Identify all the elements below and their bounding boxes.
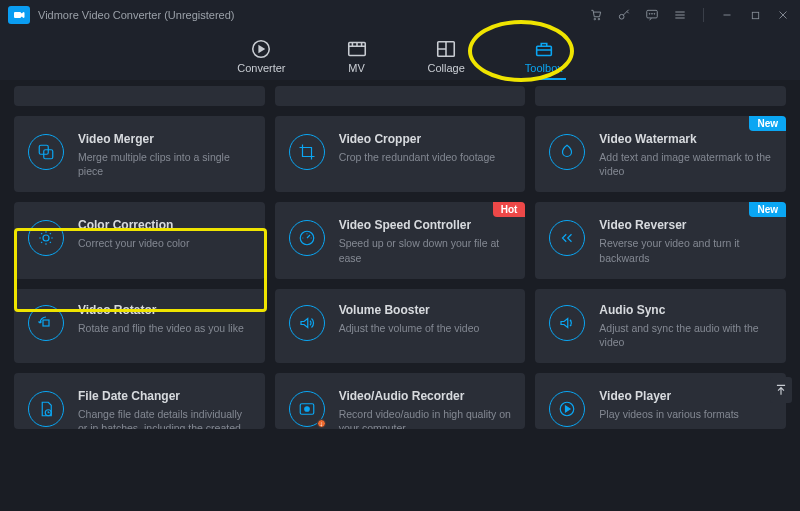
tool-card-video-player[interactable]: Video PlayerPlay videos in various forma…: [535, 373, 786, 429]
menu-icon[interactable]: [673, 8, 687, 22]
tab-collage[interactable]: Collage: [428, 39, 465, 74]
card-desc: Play videos in various formats: [599, 407, 738, 421]
maximize-icon[interactable]: [748, 8, 762, 22]
toolbox-icon: [533, 39, 555, 59]
tab-converter[interactable]: Converter: [237, 39, 285, 74]
audiosync-icon: [549, 305, 585, 341]
filedate-icon: [28, 391, 64, 427]
svg-rect-0: [14, 12, 21, 18]
card-desc: Merge multiple clips into a single piece: [78, 150, 251, 178]
watermark-icon: [549, 134, 585, 170]
volume-icon: [289, 305, 325, 341]
tool-card-video-audio-recorder[interactable]: ↓ Video/Audio RecorderRecord video/audio…: [275, 373, 526, 429]
svg-rect-12: [536, 46, 551, 55]
converter-icon: [250, 39, 272, 59]
svg-point-7: [654, 13, 655, 14]
card-desc: Correct your video color: [78, 236, 189, 250]
tool-card-video-reverser[interactable]: New Video ReverserReverse your video and…: [535, 202, 786, 278]
tool-card-video-cropper[interactable]: Video CropperCrop the redundant video fo…: [275, 116, 526, 192]
card-desc: Adjust the volume of the video: [339, 321, 480, 335]
card-title: Color Correction: [78, 218, 189, 232]
card-title: Video Speed Controller: [339, 218, 512, 232]
card-desc: Record video/audio in high quality on yo…: [339, 407, 512, 429]
card-title: Video Player: [599, 389, 738, 403]
card-desc: Adjust and sync the audio with the video: [599, 321, 772, 349]
card-title: Video Reverser: [599, 218, 772, 232]
svg-point-20: [304, 407, 309, 412]
svg-point-15: [43, 235, 49, 241]
mv-icon: [346, 39, 368, 59]
key-icon[interactable]: [617, 8, 631, 22]
feedback-icon[interactable]: [645, 8, 659, 22]
card-title: Video Rotator: [78, 303, 244, 317]
badge-hot: Hot: [493, 202, 526, 217]
svg-point-6: [652, 13, 653, 14]
svg-point-1: [594, 18, 596, 20]
tab-mv[interactable]: MV: [346, 39, 368, 74]
tab-toolbox[interactable]: Toolbox: [525, 39, 563, 74]
svg-point-3: [619, 14, 624, 19]
close-icon[interactable]: [776, 8, 790, 22]
tool-card-audio-sync[interactable]: Audio SyncAdjust and sync the audio with…: [535, 289, 786, 363]
card-title: File Date Changer: [78, 389, 251, 403]
card-title: Video Merger: [78, 132, 251, 146]
speed-icon: [289, 220, 325, 256]
app-title: Vidmore Video Converter (Unregistered): [38, 9, 234, 21]
tool-card-video-speed[interactable]: Hot Video Speed ControllerSpeed up or sl…: [275, 202, 526, 278]
minimize-icon[interactable]: [720, 8, 734, 22]
merger-icon: [28, 134, 64, 170]
tool-card-partial[interactable]: [14, 86, 265, 106]
recorder-icon: ↓: [289, 391, 325, 427]
tab-label: Collage: [428, 62, 465, 74]
app-logo: [8, 6, 30, 24]
card-desc: Crop the redundant video footage: [339, 150, 495, 164]
tool-card-video-rotator[interactable]: Video RotatorRotate and flip the video a…: [14, 289, 265, 363]
svg-rect-8: [752, 12, 758, 18]
cart-icon[interactable]: [589, 8, 603, 22]
svg-point-5: [649, 13, 650, 14]
badge-new: New: [749, 202, 786, 217]
player-icon: [549, 391, 585, 427]
tab-label: Converter: [237, 62, 285, 74]
color-icon: [28, 220, 64, 256]
card-title: Video/Audio Recorder: [339, 389, 512, 403]
card-desc: Speed up or slow down your file at ease: [339, 236, 512, 264]
tool-card-partial[interactable]: [275, 86, 526, 106]
tool-card-video-merger[interactable]: Video MergerMerge multiple clips into a …: [14, 116, 265, 192]
tool-card-video-watermark[interactable]: New Video WatermarkAdd text and image wa…: [535, 116, 786, 192]
tab-label: Toolbox: [525, 62, 563, 74]
card-title: Volume Booster: [339, 303, 480, 317]
badge-new: New: [749, 116, 786, 131]
separator: [703, 8, 704, 22]
card-title: Audio Sync: [599, 303, 772, 317]
rotator-icon: [28, 305, 64, 341]
card-title: Video Cropper: [339, 132, 495, 146]
tool-card-file-date-changer[interactable]: File Date ChangerChange file date detail…: [14, 373, 265, 429]
card-title: Video Watermark: [599, 132, 772, 146]
tab-label: MV: [348, 62, 365, 74]
svg-rect-17: [43, 320, 49, 326]
reverser-icon: [549, 220, 585, 256]
card-desc: Add text and image watermark to the vide…: [599, 150, 772, 178]
card-desc: Reverse your video and turn it backwards: [599, 236, 772, 264]
cropper-icon: [289, 134, 325, 170]
tool-card-color-correction[interactable]: Color CorrectionCorrect your video color: [14, 202, 265, 278]
svg-point-2: [598, 18, 600, 20]
scroll-to-top-button[interactable]: [770, 377, 792, 403]
card-desc: Change file date details individually or…: [78, 407, 251, 429]
collage-icon: [435, 39, 457, 59]
tool-card-volume-booster[interactable]: Volume BoosterAdjust the volume of the v…: [275, 289, 526, 363]
tool-card-partial[interactable]: [535, 86, 786, 106]
card-desc: Rotate and flip the video as you like: [78, 321, 244, 335]
